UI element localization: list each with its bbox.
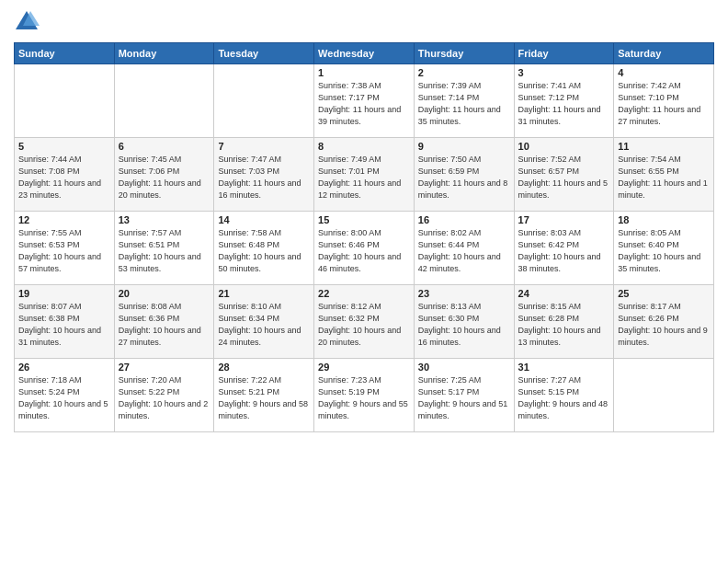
day-number: 18 bbox=[618, 214, 710, 225]
day-number: 16 bbox=[418, 214, 510, 225]
day-number: 21 bbox=[218, 288, 310, 299]
calendar-body: 1Sunrise: 7:38 AM Sunset: 7:17 PM Daylig… bbox=[15, 64, 714, 432]
day-number: 19 bbox=[18, 288, 110, 299]
calendar-cell: 5Sunrise: 7:44 AM Sunset: 7:08 PM Daylig… bbox=[15, 138, 115, 212]
calendar-cell: 16Sunrise: 8:02 AM Sunset: 6:44 PM Dayli… bbox=[414, 212, 514, 285]
calendar-cell bbox=[15, 64, 115, 138]
calendar-week-row: 19Sunrise: 8:07 AM Sunset: 6:38 PM Dayli… bbox=[15, 285, 714, 359]
day-info: Sunrise: 7:38 AM Sunset: 7:17 PM Dayligh… bbox=[318, 80, 410, 128]
day-info: Sunrise: 7:52 AM Sunset: 6:57 PM Dayligh… bbox=[518, 154, 610, 201]
calendar-cell: 24Sunrise: 8:15 AM Sunset: 6:28 PM Dayli… bbox=[514, 285, 614, 359]
calendar-cell: 18Sunrise: 8:05 AM Sunset: 6:40 PM Dayli… bbox=[614, 212, 714, 285]
day-info: Sunrise: 8:05 AM Sunset: 6:40 PM Dayligh… bbox=[618, 227, 710, 275]
day-number: 9 bbox=[418, 141, 510, 152]
day-number: 4 bbox=[618, 67, 710, 78]
calendar-cell bbox=[614, 359, 714, 432]
calendar-cell: 25Sunrise: 8:17 AM Sunset: 6:26 PM Dayli… bbox=[614, 285, 714, 359]
day-info: Sunrise: 7:58 AM Sunset: 6:48 PM Dayligh… bbox=[218, 227, 310, 275]
calendar-cell: 20Sunrise: 8:08 AM Sunset: 6:36 PM Dayli… bbox=[114, 285, 214, 359]
day-info: Sunrise: 7:42 AM Sunset: 7:10 PM Dayligh… bbox=[618, 80, 710, 128]
day-number: 1 bbox=[318, 67, 410, 78]
day-number: 30 bbox=[418, 362, 510, 373]
day-number: 3 bbox=[518, 67, 610, 78]
calendar-cell: 29Sunrise: 7:23 AM Sunset: 5:19 PM Dayli… bbox=[314, 359, 415, 432]
day-number: 8 bbox=[318, 141, 410, 152]
calendar-week-row: 26Sunrise: 7:18 AM Sunset: 5:24 PM Dayli… bbox=[15, 359, 714, 432]
day-info: Sunrise: 7:57 AM Sunset: 6:51 PM Dayligh… bbox=[119, 227, 210, 275]
day-number: 28 bbox=[218, 362, 310, 373]
day-number: 29 bbox=[318, 362, 410, 373]
day-info: Sunrise: 8:13 AM Sunset: 6:30 PM Dayligh… bbox=[418, 301, 510, 349]
calendar-cell: 3Sunrise: 7:41 AM Sunset: 7:12 PM Daylig… bbox=[514, 64, 614, 138]
calendar-cell: 1Sunrise: 7:38 AM Sunset: 7:17 PM Daylig… bbox=[314, 64, 415, 138]
day-info: Sunrise: 8:15 AM Sunset: 6:28 PM Dayligh… bbox=[518, 301, 610, 349]
day-number: 2 bbox=[418, 67, 510, 78]
day-number: 11 bbox=[618, 141, 710, 152]
day-info: Sunrise: 7:39 AM Sunset: 7:14 PM Dayligh… bbox=[418, 80, 510, 128]
day-number: 6 bbox=[119, 141, 210, 152]
day-number: 20 bbox=[119, 288, 210, 299]
day-info: Sunrise: 7:18 AM Sunset: 5:24 PM Dayligh… bbox=[18, 374, 110, 422]
day-info: Sunrise: 8:03 AM Sunset: 6:42 PM Dayligh… bbox=[518, 227, 610, 275]
weekday-header-saturday: Saturday bbox=[614, 43, 714, 64]
calendar-cell: 26Sunrise: 7:18 AM Sunset: 5:24 PM Dayli… bbox=[15, 359, 115, 432]
day-number: 17 bbox=[518, 214, 610, 225]
calendar-table: SundayMondayTuesdayWednesdayThursdayFrid… bbox=[14, 42, 714, 432]
calendar-cell: 12Sunrise: 7:55 AM Sunset: 6:53 PM Dayli… bbox=[15, 212, 115, 285]
calendar-cell: 15Sunrise: 8:00 AM Sunset: 6:46 PM Dayli… bbox=[314, 212, 415, 285]
calendar-cell: 7Sunrise: 7:47 AM Sunset: 7:03 PM Daylig… bbox=[214, 138, 314, 212]
calendar-cell: 27Sunrise: 7:20 AM Sunset: 5:22 PM Dayli… bbox=[114, 359, 214, 432]
calendar-cell: 8Sunrise: 7:49 AM Sunset: 7:01 PM Daylig… bbox=[314, 138, 415, 212]
day-number: 10 bbox=[518, 141, 610, 152]
day-number: 24 bbox=[518, 288, 610, 299]
day-info: Sunrise: 8:07 AM Sunset: 6:38 PM Dayligh… bbox=[18, 301, 110, 349]
calendar-cell: 23Sunrise: 8:13 AM Sunset: 6:30 PM Dayli… bbox=[414, 285, 514, 359]
day-number: 25 bbox=[618, 288, 710, 299]
calendar-cell: 30Sunrise: 7:25 AM Sunset: 5:17 PM Dayli… bbox=[414, 359, 514, 432]
day-info: Sunrise: 8:17 AM Sunset: 6:26 PM Dayligh… bbox=[618, 301, 710, 349]
header bbox=[14, 9, 714, 35]
weekday-header-monday: Monday bbox=[114, 43, 214, 64]
calendar-cell bbox=[114, 64, 214, 138]
weekday-header-thursday: Thursday bbox=[414, 43, 514, 64]
calendar-cell: 28Sunrise: 7:22 AM Sunset: 5:21 PM Dayli… bbox=[214, 359, 314, 432]
day-info: Sunrise: 7:44 AM Sunset: 7:08 PM Dayligh… bbox=[18, 154, 110, 201]
day-info: Sunrise: 7:49 AM Sunset: 7:01 PM Dayligh… bbox=[318, 154, 410, 201]
day-number: 5 bbox=[18, 141, 110, 152]
day-number: 26 bbox=[18, 362, 110, 373]
calendar-cell: 21Sunrise: 8:10 AM Sunset: 6:34 PM Dayli… bbox=[214, 285, 314, 359]
day-info: Sunrise: 7:41 AM Sunset: 7:12 PM Dayligh… bbox=[518, 80, 610, 128]
calendar-cell: 11Sunrise: 7:54 AM Sunset: 6:55 PM Dayli… bbox=[614, 138, 714, 212]
weekday-header-sunday: Sunday bbox=[15, 43, 115, 64]
calendar-cell: 22Sunrise: 8:12 AM Sunset: 6:32 PM Dayli… bbox=[314, 285, 415, 359]
logo-icon bbox=[14, 9, 40, 35]
day-info: Sunrise: 7:50 AM Sunset: 6:59 PM Dayligh… bbox=[418, 154, 510, 201]
day-info: Sunrise: 7:20 AM Sunset: 5:22 PM Dayligh… bbox=[119, 374, 210, 422]
calendar-cell: 4Sunrise: 7:42 AM Sunset: 7:10 PM Daylig… bbox=[614, 64, 714, 138]
day-number: 22 bbox=[318, 288, 410, 299]
calendar-cell: 9Sunrise: 7:50 AM Sunset: 6:59 PM Daylig… bbox=[414, 138, 514, 212]
day-info: Sunrise: 7:55 AM Sunset: 6:53 PM Dayligh… bbox=[18, 227, 110, 275]
calendar-cell: 6Sunrise: 7:45 AM Sunset: 7:06 PM Daylig… bbox=[114, 138, 214, 212]
day-info: Sunrise: 8:12 AM Sunset: 6:32 PM Dayligh… bbox=[318, 301, 410, 349]
calendar-week-row: 12Sunrise: 7:55 AM Sunset: 6:53 PM Dayli… bbox=[15, 212, 714, 285]
day-number: 23 bbox=[418, 288, 510, 299]
day-number: 12 bbox=[18, 214, 110, 225]
calendar-cell: 14Sunrise: 7:58 AM Sunset: 6:48 PM Dayli… bbox=[214, 212, 314, 285]
calendar-cell: 10Sunrise: 7:52 AM Sunset: 6:57 PM Dayli… bbox=[514, 138, 614, 212]
day-number: 13 bbox=[119, 214, 210, 225]
calendar-week-row: 1Sunrise: 7:38 AM Sunset: 7:17 PM Daylig… bbox=[15, 64, 714, 138]
day-info: Sunrise: 8:10 AM Sunset: 6:34 PM Dayligh… bbox=[218, 301, 310, 349]
day-info: Sunrise: 7:27 AM Sunset: 5:15 PM Dayligh… bbox=[518, 374, 610, 422]
weekday-header-friday: Friday bbox=[514, 43, 614, 64]
logo bbox=[14, 9, 43, 35]
calendar-header: SundayMondayTuesdayWednesdayThursdayFrid… bbox=[15, 43, 714, 64]
day-number: 7 bbox=[218, 141, 310, 152]
calendar-cell: 13Sunrise: 7:57 AM Sunset: 6:51 PM Dayli… bbox=[114, 212, 214, 285]
calendar-cell: 19Sunrise: 8:07 AM Sunset: 6:38 PM Dayli… bbox=[15, 285, 115, 359]
calendar-container: SundayMondayTuesdayWednesdayThursdayFrid… bbox=[0, 0, 728, 563]
day-number: 27 bbox=[119, 362, 210, 373]
day-number: 14 bbox=[218, 214, 310, 225]
day-info: Sunrise: 7:25 AM Sunset: 5:17 PM Dayligh… bbox=[418, 374, 510, 422]
day-info: Sunrise: 8:08 AM Sunset: 6:36 PM Dayligh… bbox=[119, 301, 210, 349]
